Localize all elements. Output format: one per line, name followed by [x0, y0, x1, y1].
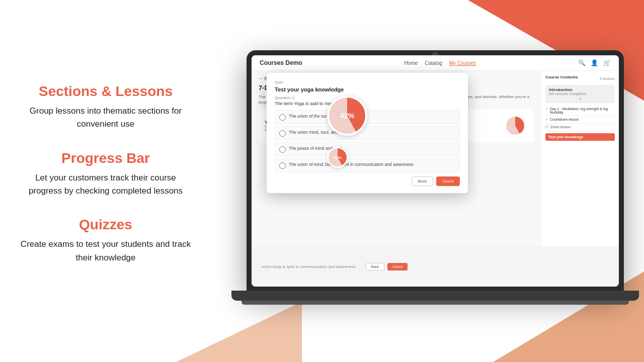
mini-pie — [506, 117, 524, 135]
check-icon-2: ✓ — [545, 118, 548, 122]
quiz-option-2[interactable]: The union mind, soul, and body — [275, 126, 460, 140]
quiz-option-1[interactable]: The union of the sun, moon, and earth — [275, 110, 460, 124]
laptop-body: Courses Demo Home Catalog My Courses 🔍 👤… — [247, 50, 624, 292]
sidebar-lesson-active[interactable]: Test your knowledge — [545, 133, 615, 141]
quiz-radio-2[interactable] — [279, 130, 286, 137]
large-pie-chart: 42% — [327, 96, 367, 136]
feature-progress-bar: Progress Bar Let your customers track th… — [20, 150, 191, 198]
sidebar-contents-title: Course Contents — [545, 75, 578, 79]
laptop-bottom — [242, 301, 629, 305]
user-icon[interactable]: 👤 — [591, 59, 598, 66]
lesson-label-active: Test your knowledge — [548, 135, 583, 139]
quiz-option-4[interactable]: The union of mind, body & spirit in comm… — [275, 158, 460, 172]
quiz-option-label-4: The union of mind, body & spirit in comm… — [289, 162, 414, 167]
behind-content: union body & spirit in communication and… — [252, 246, 619, 287]
lesson-label-1: Day 1 - Meditation, leg strength & leg f… — [550, 107, 615, 114]
quiz-label: Quiz — [275, 80, 460, 84]
quiz-buttons: Back Check — [275, 176, 460, 186]
behind-buttons: Back Check — [366, 263, 408, 270]
left-panel: Sections & Lessons Group lessons into th… — [0, 0, 211, 362]
behind-answer-text: union body & spirit in communication and… — [262, 264, 356, 269]
behind-check-button[interactable]: Check — [387, 263, 408, 270]
small-pie-label: 42% — [334, 155, 342, 160]
laptop-mockup: Courses Demo Home Catalog My Courses 🔍 👤… — [247, 50, 634, 342]
quiz-radio-3[interactable] — [279, 146, 286, 153]
site-nav-icons: 🔍 👤 🛒 — [578, 59, 611, 66]
sidebar-lesson-2[interactable]: ✓ Countdown lesson — [545, 116, 615, 124]
quiz-question-label: Question 1: — [275, 96, 460, 100]
uncheck-icon-3: ☐ — [545, 125, 549, 129]
feature-quizzes: Quizzes Create exams to test your studen… — [20, 217, 191, 264]
sidebar-lesson-3[interactable]: ☐ Zoom lesson — [545, 124, 615, 131]
feature-sections-lessons: Sections & Lessons Group lessons into th… — [20, 83, 191, 131]
small-pie-chart: 42% — [327, 147, 348, 168]
sidebar-intro-sub: 3/4 Lessons Completed — [549, 92, 611, 96]
feature-title-quizzes: Quizzes — [20, 217, 191, 233]
quiz-option-3[interactable]: The peace of mind and soul — [275, 142, 460, 156]
quiz-back-button[interactable]: Back — [412, 176, 434, 186]
feature-desc-progress: Let your customers track their course pr… — [20, 171, 191, 198]
feature-desc-quizzes: Create exams to test your students and t… — [20, 238, 191, 264]
sidebar-lesson-1[interactable]: ✓ Day 1 - Meditation, leg strength & leg… — [545, 106, 615, 116]
feature-desc-sections: Group lessons into thematic sections for… — [20, 105, 191, 131]
sidebar-lessons-count: 9 lessons — [600, 77, 615, 80]
behind-back-button[interactable]: Back — [366, 263, 385, 270]
large-progress-pie: 42% — [327, 96, 367, 136]
quiz-radio-1[interactable] — [279, 114, 286, 121]
lesson-label-3: Zoom lesson — [550, 125, 571, 129]
quiz-question-text: The term Yoga is said to mean: — [275, 101, 460, 106]
laptop-screen: Courses Demo Home Catalog My Courses 🔍 👤… — [252, 55, 619, 287]
quiz-check-button[interactable]: Check — [436, 176, 460, 186]
quiz-radio-4[interactable] — [279, 162, 286, 169]
feature-title-sections: Sections & Lessons — [20, 83, 191, 100]
lesson-label-2: Countdown lesson — [550, 118, 579, 121]
search-icon[interactable]: 🔍 — [578, 59, 586, 66]
progress-pie-chart — [503, 113, 528, 138]
quiz-overlay: Quiz Test your yoga knowledge Question 1… — [267, 73, 468, 193]
site-logo: Courses Demo — [260, 59, 302, 66]
sidebar-intro[interactable]: Introduction 3/4 Lessons Completed ∧ — [545, 85, 615, 103]
sidebar-intro-title: Introduction — [549, 87, 611, 92]
site-nav: Courses Demo Home Catalog My Courses 🔍 👤… — [252, 55, 619, 71]
site-nav-links: Home Catalog My Courses — [405, 60, 476, 66]
cart-icon[interactable]: 🛒 — [603, 59, 611, 66]
feature-title-progress: Progress Bar — [20, 150, 191, 166]
laptop-base — [231, 291, 639, 301]
small-progress-pie: 42% — [327, 147, 348, 168]
nav-my-courses[interactable]: My Courses — [449, 60, 476, 66]
large-pie-label: 42% — [340, 112, 354, 120]
check-icon-1: ✓ — [545, 107, 548, 111]
nav-home[interactable]: Home — [405, 60, 418, 66]
nav-catalog[interactable]: Catalog — [425, 60, 442, 66]
quiz-title: Test your yoga knowledge — [275, 86, 460, 93]
